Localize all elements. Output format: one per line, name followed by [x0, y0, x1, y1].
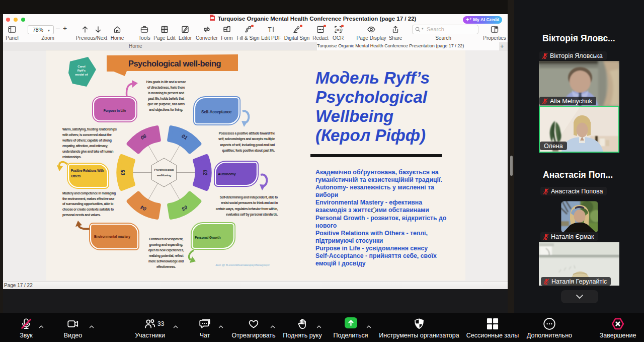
svg-text:well-being: well-being	[156, 173, 172, 177]
svg-text:resist social pressures to thi: resist social pressures to think and act…	[221, 201, 278, 205]
svg-text:02: 02	[202, 170, 208, 176]
svg-text:Others: Others	[71, 174, 81, 178]
svg-text:Self-Acceptance: Self-Acceptance	[201, 109, 232, 114]
svg-text:Autonomy: Autonomy	[218, 172, 236, 176]
svg-text:Join @ fb.com/drkumatespsychol: Join @ fb.com/drkumatespsychologistpv	[215, 263, 269, 266]
svg-text:Personal Growth: Personal Growth	[195, 236, 220, 239]
svg-text:with others; is concerned abou: with others; is concerned about the	[62, 133, 112, 137]
svg-text:is meaning to present and: is meaning to present and	[148, 91, 184, 95]
svg-text:and objectives for living.: and objectives for living.	[149, 108, 183, 112]
svg-text:certain ways, regulates behavi: certain ways, regulates behavior from wi…	[216, 207, 278, 211]
svg-text:Warm, satisfying, trusting rel: Warm, satisfying, trusting relationships	[62, 127, 117, 131]
svg-text:Has goals in life and a sense: Has goals in life and a sense	[146, 80, 186, 84]
svg-text:empathy, affection, and intima: empathy, affection, and intimacy;	[62, 144, 108, 148]
svg-text:Psychological: Psychological	[154, 168, 174, 171]
svg-text:self; acknowledges and accepts: self; acknowledges and accepts multiple	[218, 137, 275, 141]
svg-text:evaluates self by personal sta: evaluates self by personal standards.	[226, 213, 278, 217]
svg-text:05: 05	[120, 170, 126, 176]
svg-text:past life, holds beliefs that: past life, holds beliefs that	[148, 97, 185, 101]
svg-text:choose or create contexts suit: choose or create contexts suitable to	[62, 208, 114, 211]
svg-text:the environment, makes effecti: the environment, makes effective use	[62, 197, 115, 201]
svg-text:personal needs and values.: personal needs and values.	[62, 213, 101, 217]
svg-text:Self-determining and independe: Self-determining and independent, able t…	[220, 195, 278, 199]
svg-text:Mastery and competence in mana: Mastery and competence in managing	[62, 191, 116, 195]
svg-text:T: T	[268, 26, 272, 33]
svg-text:aspects of self, including goo: aspects of self, including good and bad	[220, 143, 275, 147]
svg-text:Possesses a positive attitude: Possesses a positive attitude toward the	[219, 131, 275, 135]
svg-text:relationships.: relationships.	[62, 155, 82, 159]
svg-text:understands give and take of h: understands give and take of human	[62, 150, 114, 154]
svg-text:Continued development,: Continued development,	[149, 237, 184, 241]
svg-text:open to new experiences,: open to new experiences,	[148, 248, 184, 252]
svg-text:growing and expanding,: growing and expanding,	[149, 243, 183, 247]
svg-text:of directedness, feels there: of directedness, feels there	[147, 86, 185, 90]
svg-text:effectiveness.: effectiveness.	[156, 265, 176, 268]
svg-text:realizing potential, reflect: realizing potential, reflect	[149, 254, 184, 258]
svg-text:qualities; feels positive abou: qualities; feels positive about past lif…	[222, 149, 275, 153]
svg-text:Psychological well-being: Psychological well-being	[128, 59, 221, 68]
svg-text:Environmental mastery: Environmental mastery	[94, 235, 130, 239]
svg-text:Carol: Carol	[77, 65, 86, 68]
svg-text:more self-knowledge and: more self-knowledge and	[148, 259, 184, 263]
svg-text:of surrounding opportunities,: of surrounding opportunities, able to	[62, 202, 114, 206]
svg-text:model of: model of	[75, 73, 89, 76]
svg-text:Ryff's: Ryff's	[77, 69, 86, 72]
svg-text:give life purpose, has aims: give life purpose, has aims	[147, 102, 185, 106]
svg-text:welfare of others; capable of: welfare of others; capable of strong	[62, 139, 112, 143]
svg-text:Purpose in Life: Purpose in Life	[104, 109, 126, 113]
svg-text:OCR: OCR	[336, 28, 343, 32]
svg-text:Positive Relations With: Positive Relations With	[71, 169, 104, 172]
